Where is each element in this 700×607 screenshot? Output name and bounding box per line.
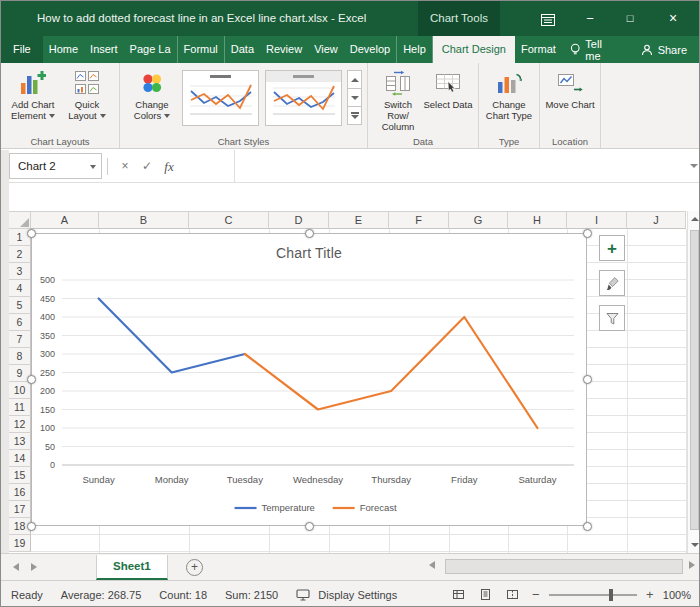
zoom-out-button[interactable]: −	[530, 587, 542, 602]
svg-text:Saturday: Saturday	[518, 474, 556, 485]
row-header-10[interactable]: 10	[9, 382, 31, 399]
row-header-5[interactable]: 5	[9, 297, 31, 314]
chart-title[interactable]: Chart Title	[32, 245, 586, 261]
tab-help[interactable]: Help	[397, 36, 433, 63]
chart-filters-button[interactable]	[599, 305, 625, 331]
maximize-button[interactable]: □	[611, 1, 649, 36]
cancel-button[interactable]: ×	[115, 150, 135, 183]
row-header-7[interactable]: 7	[9, 331, 31, 348]
row-header-4[interactable]: 4	[9, 280, 31, 297]
tab-format[interactable]: Format	[515, 36, 562, 63]
chart-resize-handle-ne[interactable]	[583, 229, 592, 238]
column-header-E[interactable]: E	[329, 211, 389, 229]
insert-function-button[interactable]: fx	[159, 150, 179, 183]
new-sheet-button[interactable]: +	[186, 559, 203, 576]
gallery-scroll-down-button[interactable]	[347, 88, 362, 107]
tab-review[interactable]: Review	[260, 36, 308, 63]
formula-bar-expand-button[interactable]	[690, 164, 698, 168]
row-header-3[interactable]: 3	[9, 263, 31, 280]
chart-resize-handle-s[interactable]	[305, 522, 314, 531]
tell-me-button[interactable]: Tell me	[562, 36, 627, 63]
zoom-slider-thumb[interactable]	[609, 589, 613, 601]
chart-resize-handle-nw[interactable]	[27, 229, 36, 238]
row-header-16[interactable]: 16	[9, 484, 31, 501]
row-header-15[interactable]: 15	[9, 467, 31, 484]
change-chart-type-button[interactable]: Change Chart Type	[484, 66, 534, 121]
close-button[interactable]: ×	[651, 1, 695, 36]
row-header-2[interactable]: 2	[9, 246, 31, 263]
column-header-F[interactable]: F	[389, 211, 449, 229]
tab-formul[interactable]: Formul	[178, 36, 225, 63]
tab-page-la[interactable]: Page La	[124, 36, 178, 63]
row-header-11[interactable]: 11	[9, 399, 31, 416]
switch-row-column-button[interactable]: Switch Row/ Column	[373, 66, 423, 132]
tab-chart-design[interactable]: Chart Design	[433, 36, 515, 63]
minimize-button[interactable]: −	[571, 1, 609, 36]
column-header-H[interactable]: H	[508, 211, 567, 229]
add-chart-element-button[interactable]: Add Chart Element	[6, 66, 60, 121]
tab-develop[interactable]: Develop	[344, 36, 397, 63]
column-header-G[interactable]: G	[449, 211, 508, 229]
chart-resize-handle-w[interactable]	[27, 375, 36, 384]
enter-button[interactable]: ✓	[137, 150, 157, 183]
gallery-scroll-up-button[interactable]	[347, 70, 362, 89]
name-box[interactable]: Chart 2	[9, 153, 102, 179]
sheet-nav-left-button[interactable]	[13, 563, 19, 571]
chart-resize-handle-n[interactable]	[305, 229, 314, 238]
vscroll-thumb[interactable]	[690, 230, 699, 530]
chart-style-thumbnail-1[interactable]	[182, 70, 259, 126]
select-data-button[interactable]: Select Data	[423, 66, 473, 110]
zoom-level[interactable]: 100%	[663, 589, 691, 601]
zoom-in-button[interactable]: +	[644, 587, 656, 602]
chart-elements-button[interactable]: +	[599, 235, 625, 261]
row-header-12[interactable]: 12	[9, 416, 31, 433]
chart-resize-handle-e[interactable]	[583, 375, 592, 384]
column-header-D[interactable]: D	[269, 211, 329, 229]
quick-layout-button[interactable]: Quick Layout	[60, 66, 114, 121]
tab-data[interactable]: Data	[225, 36, 260, 63]
sheet-nav-right-button[interactable]	[31, 563, 37, 571]
row-header-17[interactable]: 17	[9, 501, 31, 518]
chart-style-thumbnail-2[interactable]	[265, 70, 342, 126]
chart-object[interactable]: 050100150200250300350400450500SundayMond…	[31, 233, 587, 526]
column-header-A[interactable]: A	[31, 211, 99, 229]
column-header-J[interactable]: J	[627, 211, 686, 229]
chart-resize-handle-se[interactable]	[583, 522, 592, 531]
row-header-13[interactable]: 13	[9, 433, 31, 450]
scroll-up-button[interactable]	[688, 211, 700, 227]
hscroll-thumb[interactable]	[445, 559, 683, 574]
column-header-B[interactable]: B	[99, 211, 189, 229]
view-page-layout-button[interactable]	[476, 586, 496, 604]
row-header-8[interactable]: 8	[9, 348, 31, 365]
zoom-slider[interactable]	[549, 594, 637, 596]
hscroll-left-button[interactable]	[429, 561, 435, 569]
ribbon-display-options-button[interactable]	[529, 1, 567, 36]
name-box-dropdown-icon[interactable]	[90, 165, 96, 169]
select-all-button[interactable]	[9, 211, 31, 229]
display-settings-button[interactable]: Display Settings	[296, 589, 397, 601]
tab-file[interactable]: File	[1, 36, 43, 63]
vertical-scrollbar[interactable]	[687, 211, 700, 553]
row-header-14[interactable]: 14	[9, 450, 31, 467]
view-normal-button[interactable]	[449, 586, 469, 604]
share-button[interactable]: Share	[627, 36, 700, 63]
tab-view[interactable]: View	[308, 36, 344, 63]
column-header-I[interactable]: I	[567, 211, 627, 229]
gallery-more-button[interactable]	[347, 106, 362, 125]
row-header-19[interactable]: 19	[9, 535, 31, 552]
row-header-6[interactable]: 6	[9, 314, 31, 331]
hscroll-right-button[interactable]	[689, 561, 695, 569]
move-chart-button[interactable]: Move Chart	[545, 66, 595, 110]
chart-styles-button[interactable]	[599, 270, 625, 296]
tab-home[interactable]: Home	[43, 36, 84, 63]
formula-bar-divider	[107, 158, 108, 175]
view-page-break-button[interactable]	[503, 586, 523, 604]
tab-insert[interactable]: Insert	[84, 36, 124, 63]
scroll-down-button[interactable]	[688, 537, 700, 553]
column-header-C[interactable]: C	[189, 211, 269, 229]
change-colors-button[interactable]: Change Colors	[125, 66, 179, 121]
sheet-tab-sheet1[interactable]: Sheet1	[96, 555, 168, 580]
formula-input[interactable]	[235, 150, 685, 183]
ribbon-tabs: FileHomeInsertPage LaFormulDataReviewVie…	[1, 36, 562, 63]
chart-resize-handle-sw[interactable]	[27, 522, 36, 531]
